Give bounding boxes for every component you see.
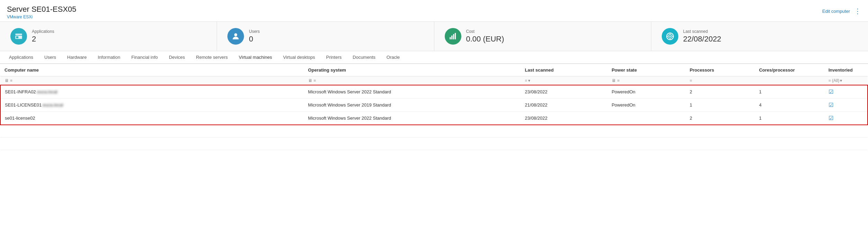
edit-computer-link[interactable]: Edit computer [822, 9, 850, 14]
col-cores-processor: Cores/processor [755, 64, 824, 76]
applications-card[interactable]: Applications 2 [0, 22, 217, 51]
tab-information[interactable]: Information [92, 51, 126, 64]
cores-cell: 4 [755, 99, 824, 112]
col-last-scanned: Last scanned [521, 64, 608, 76]
computer-name-filter-icon: 🖥 [4, 78, 9, 83]
last-scanned-label: Last scanned [683, 29, 721, 34]
power-state-cell: PoweredOn [607, 85, 686, 99]
table-row-empty [0, 125, 868, 137]
svg-rect-7 [454, 33, 455, 39]
svg-rect-6 [453, 34, 454, 39]
cost-label: Cost [466, 29, 504, 34]
virtual-machines-table: Computer name Operating system Last scan… [0, 64, 868, 150]
svg-rect-2 [16, 36, 18, 38]
processors-cell: 1 [686, 99, 755, 112]
inventoried-check-icon: ☑ [829, 102, 833, 108]
svg-rect-5 [451, 36, 452, 39]
applications-icon [10, 28, 27, 45]
more-options-icon[interactable]: ⋮ [854, 7, 861, 15]
filter-inventoried[interactable]: = (All) ▾ [824, 76, 868, 85]
tab-virtual-machines[interactable]: Virtual machines [233, 51, 278, 64]
tab-hardware[interactable]: Hardware [62, 51, 92, 64]
page-subtitle[interactable]: VMware ESXi [7, 15, 76, 19]
table-row: SE01-LICENSE01.euca.local Microsoft Wind… [0, 99, 868, 112]
inventoried-filter-label: = (All) [829, 78, 840, 83]
last-scanned-cell: 23/08/2022 [521, 112, 608, 125]
tab-oracle[interactable]: Oracle [381, 51, 405, 64]
last-scanned-cell: 23/08/2022 [521, 85, 608, 99]
applications-text: Applications 2 [32, 29, 54, 44]
svg-rect-0 [15, 34, 22, 35]
last-scanned-dropdown-icon[interactable]: ▾ [528, 78, 530, 83]
computer-name-link[interactable]: SE01-LICENSE01.euca.local [5, 102, 63, 108]
tab-financial-info[interactable]: Financial info [126, 51, 163, 64]
users-text: Users 0 [249, 29, 260, 44]
os-cell: Microsoft Windows Server 2019 Standard [304, 99, 521, 112]
last-scanned-card[interactable]: Last scanned 22/08/2022 [651, 22, 868, 51]
filter-power-state[interactable]: 🖥 [607, 76, 686, 85]
computer-name-text: SE01-LICENSE01 [5, 102, 42, 108]
svg-point-10 [669, 36, 671, 37]
col-inventoried: Inventoried [824, 64, 868, 76]
power-state-cell: PoweredOn [607, 99, 686, 112]
users-label: Users [249, 29, 260, 34]
tab-printers[interactable]: Printers [320, 51, 347, 64]
processors-cell: 2 [686, 112, 755, 125]
table-row-empty [0, 137, 868, 150]
os-cell: Microsoft Windows Server 2022 Standard [304, 85, 521, 99]
tab-remote-servers[interactable]: Remote servers [190, 51, 233, 64]
last-scanned-cell: 21/08/2022 [521, 99, 608, 112]
power-state-cell [607, 112, 686, 125]
applications-label: Applications [32, 29, 54, 34]
inventoried-cell: ☑ [824, 99, 868, 112]
tab-documents[interactable]: Documents [347, 51, 381, 64]
tabs-bar: Applications Users Hardware Information … [0, 51, 868, 64]
inventoried-cell: ☑ [824, 85, 868, 99]
inventoried-dropdown-icon[interactable]: ▾ [840, 78, 842, 83]
table-header-row: Computer name Operating system Last scan… [0, 64, 868, 76]
tab-users[interactable]: Users [39, 51, 62, 64]
filter-cores [755, 76, 824, 85]
svg-point-3 [234, 33, 237, 36]
os-filter-input[interactable] [314, 78, 341, 83]
header-left: Server SE01-ESX05 VMware ESXi [7, 5, 76, 19]
last-scanned-filter-label: = [525, 78, 527, 83]
inventoried-check-icon: ☑ [829, 115, 833, 121]
cost-card[interactable]: Cost 0.00 (EUR) [434, 22, 651, 51]
inventoried-check-icon: ☑ [829, 89, 833, 95]
applications-value: 2 [32, 35, 54, 44]
tab-devices[interactable]: Devices [163, 51, 190, 64]
svg-rect-4 [450, 37, 451, 39]
computer-name-text: SE01-INFRA02 [5, 89, 36, 94]
users-card[interactable]: Users 0 [217, 22, 434, 51]
col-computer-name: Computer name [0, 64, 304, 76]
last-scanned-text: Last scanned 22/08/2022 [683, 29, 721, 44]
filter-processors[interactable]: = [686, 76, 755, 85]
table-row: se01-license02 Microsoft Windows Server … [0, 112, 868, 125]
users-value: 0 [249, 35, 260, 44]
col-processors: Processors [686, 64, 755, 76]
computer-name-cell[interactable]: se01-license02 [0, 112, 304, 125]
filter-row: 🖥 🖥 = ▾ [0, 76, 868, 85]
col-operating-system: Operating system [304, 64, 521, 76]
computer-name-filter-input[interactable] [10, 78, 38, 83]
computer-name-cell[interactable]: SE01-INFRA02.euca.local [0, 85, 304, 99]
computer-name-link[interactable]: SE01-INFRA02.euca.local [5, 89, 57, 94]
table-row: SE01-INFRA02.euca.local Microsoft Window… [0, 85, 868, 99]
processors-cell: 2 [686, 85, 755, 99]
computer-name-suffix: .euca.local [36, 89, 57, 94]
cores-cell: 1 [755, 85, 824, 99]
tab-applications[interactable]: Applications [3, 51, 39, 64]
tab-virtual-desktops[interactable]: Virtual desktops [278, 51, 320, 64]
computer-name-link[interactable]: se01-license02 [5, 116, 35, 121]
power-state-filter-input[interactable] [617, 78, 645, 83]
computer-name-text: se01-license02 [5, 116, 35, 121]
computer-name-cell[interactable]: SE01-LICENSE01.euca.local [0, 99, 304, 112]
power-state-filter-icon: 🖥 [612, 78, 616, 83]
computer-name-suffix: .euca.local [42, 102, 63, 108]
cost-value: 0.00 (EUR) [466, 35, 504, 44]
filter-last-scanned[interactable]: = ▾ [521, 76, 608, 85]
filter-computer-name[interactable]: 🖥 [0, 76, 304, 85]
filter-operating-system[interactable]: 🖥 [304, 76, 521, 85]
last-scanned-value: 22/08/2022 [683, 35, 721, 44]
